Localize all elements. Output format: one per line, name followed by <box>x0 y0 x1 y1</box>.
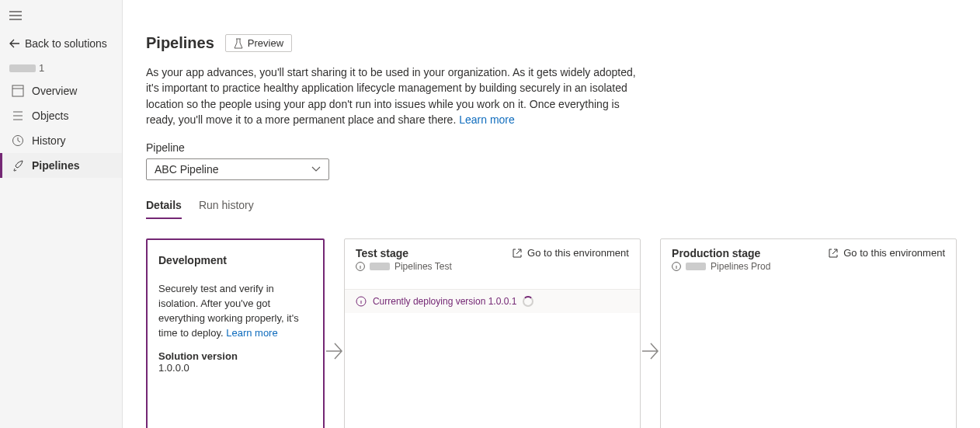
deploying-text: Currently deploying version 1.0.0.1 <box>373 296 516 307</box>
tabs: Details Run history <box>146 199 957 220</box>
go-to-environment-link[interactable]: Go to this environment <box>512 247 629 259</box>
sidebar-item-history[interactable]: History <box>0 128 122 153</box>
back-to-solutions-link[interactable]: Back to solutions <box>0 30 122 57</box>
chevron-down-icon <box>311 166 321 172</box>
arrow-right-icon <box>325 339 342 363</box>
info-icon <box>356 296 367 307</box>
overview-icon <box>12 85 24 97</box>
rocket-icon <box>12 159 24 172</box>
open-link-icon <box>828 248 839 259</box>
hamburger-icon <box>9 11 22 20</box>
stage-environment: Pipelines Test <box>356 261 452 272</box>
stage-arrow <box>325 238 344 428</box>
stage-environment: Pipelines Prod <box>672 261 770 272</box>
sidebar-item-label: Objects <box>32 110 68 122</box>
info-icon <box>356 262 365 271</box>
title-row: Pipelines Preview <box>146 34 957 52</box>
hamburger-menu[interactable] <box>0 6 122 25</box>
tab-run-history[interactable]: Run history <box>199 199 254 219</box>
stage-card-production: Production stage Pipelines Prod Go to th… <box>660 238 957 428</box>
learn-more-link[interactable]: Learn more <box>459 113 515 126</box>
main-content: Pipelines Preview As your app advances, … <box>123 0 980 428</box>
stage-card-development: Development Securely test and verify in … <box>146 238 325 428</box>
page-title: Pipelines <box>146 34 214 52</box>
stage-description: Securely test and verify in isolation. A… <box>158 282 312 340</box>
solution-name: 1 <box>0 57 122 78</box>
sidebar-item-label: Overview <box>32 85 77 97</box>
preview-label: Preview <box>248 37 283 49</box>
arrow-left-icon <box>9 38 20 49</box>
stage-arrow <box>641 238 660 428</box>
open-link-icon <box>512 248 523 259</box>
sidebar-item-label: History <box>32 134 66 147</box>
sidebar-item-objects[interactable]: Objects <box>0 103 122 128</box>
stage-title: Development <box>158 254 312 266</box>
intro-paragraph: As your app advances, you'll start shari… <box>146 64 643 127</box>
pipeline-field-label: Pipeline <box>146 141 957 154</box>
back-label: Back to solutions <box>25 37 107 50</box>
intro-text: As your app advances, you'll start shari… <box>146 66 636 126</box>
stage-title: Test stage <box>356 247 452 259</box>
flask-icon <box>234 38 243 49</box>
solution-version-label: Solution version <box>158 350 312 362</box>
sidebar: Back to solutions 1 Overview Objects His… <box>0 0 123 428</box>
solution-suffix: 1 <box>39 62 44 74</box>
stage-header: Test stage Pipelines Test Go to this env… <box>345 239 640 278</box>
history-icon <box>12 134 24 147</box>
spinner-icon <box>523 296 533 307</box>
stages-row: Development Securely test and verify in … <box>146 238 957 428</box>
env-name: Pipelines Test <box>394 261 452 272</box>
objects-icon <box>12 110 24 122</box>
sidebar-item-pipelines[interactable]: Pipelines <box>0 153 122 178</box>
redacted-text <box>9 64 36 72</box>
go-to-environment-link[interactable]: Go to this environment <box>828 247 945 259</box>
preview-badge: Preview <box>225 34 292 52</box>
info-icon <box>672 262 681 271</box>
go-link-label: Go to this environment <box>527 247 629 259</box>
env-name: Pipelines Prod <box>711 261 770 272</box>
pipeline-selected-value: ABC Pipeline <box>155 163 219 176</box>
learn-more-link[interactable]: Learn more <box>226 327 277 339</box>
svg-rect-0 <box>12 85 23 96</box>
arrow-right-icon <box>641 339 659 363</box>
redacted-text <box>686 263 706 270</box>
sidebar-item-label: Pipelines <box>32 159 79 172</box>
tab-details[interactable]: Details <box>146 199 182 219</box>
stage-header: Production stage Pipelines Prod Go to th… <box>661 239 956 278</box>
go-link-label: Go to this environment <box>843 247 945 259</box>
pipeline-select[interactable]: ABC Pipeline <box>146 158 329 180</box>
deploying-status-bar: Currently deploying version 1.0.0.1 <box>345 289 640 313</box>
stage-card-test: Test stage Pipelines Test Go to this env… <box>344 238 641 428</box>
stage-title: Production stage <box>672 247 770 259</box>
sidebar-item-overview[interactable]: Overview <box>0 78 122 103</box>
solution-version-value: 1.0.0.0 <box>158 362 312 374</box>
redacted-text <box>370 263 390 270</box>
